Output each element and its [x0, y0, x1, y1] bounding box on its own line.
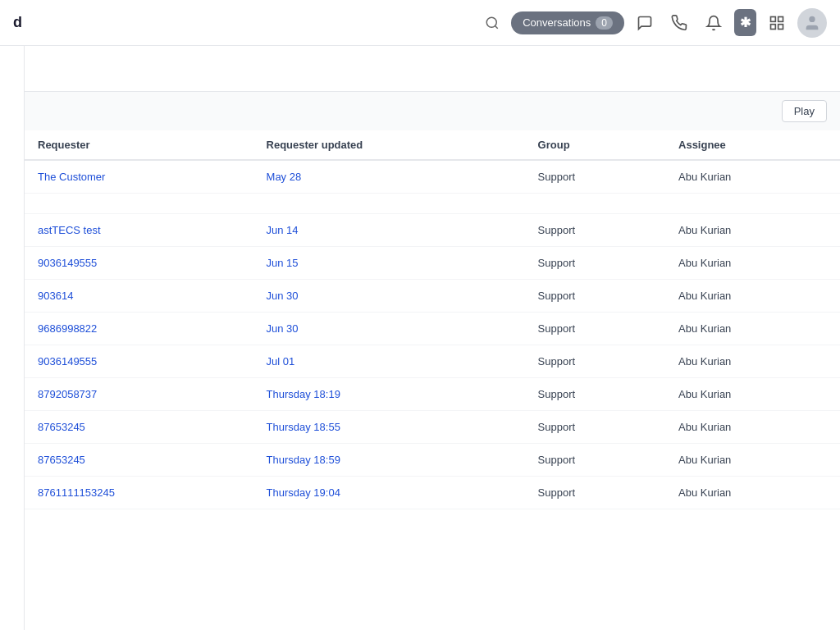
cell-group: Support: [525, 378, 665, 411]
left-sidebar: [0, 46, 25, 630]
cell-requester: 87653245: [25, 411, 253, 444]
phone-icon: [671, 15, 687, 31]
asterisk-button[interactable]: ✱: [734, 9, 756, 36]
cell-updated: Jun 30: [253, 313, 525, 345]
cell-assignee: Abu Kurian: [665, 378, 840, 411]
table-row[interactable]: astTECS testJun 14SupportAbu Kurian: [25, 214, 840, 247]
asterisk-icon: ✱: [740, 15, 751, 30]
table-row[interactable]: [25, 194, 840, 214]
cell-updated: Jun 30: [253, 280, 525, 313]
table-row[interactable]: 9036149555Jul 01SupportAbu Kurian: [25, 345, 840, 378]
bell-button[interactable]: [700, 9, 728, 37]
svg-point-6: [809, 16, 815, 21]
cell-requester: astTECS test: [25, 214, 253, 247]
top-navigation: d Conversations 0 ✱: [0, 0, 840, 46]
cell-requester: 8761111153245: [25, 477, 253, 509]
secondary-bar: [25, 46, 840, 92]
cell-updated: Jun 15: [253, 247, 525, 280]
cell-requester: 9036149555: [25, 247, 253, 280]
cell-group: Support: [525, 477, 665, 509]
cell-group: Support: [525, 411, 665, 444]
table-row[interactable]: 87653245Thursday 18:59SupportAbu Kurian: [25, 444, 840, 477]
cell-assignee: Abu Kurian: [665, 444, 840, 477]
table-body: The CustomerMay 28SupportAbu KurianastTE…: [25, 160, 840, 509]
table-header: Requester Requester updated Group Assign…: [25, 130, 840, 160]
cell-assignee: Abu Kurian: [665, 411, 840, 444]
data-table-wrapper[interactable]: Requester Requester updated Group Assign…: [25, 130, 840, 630]
brand-label: d: [13, 14, 22, 31]
search-icon: [485, 16, 500, 30]
cell-updated: Thursday 18:59: [253, 444, 525, 477]
svg-rect-4: [771, 24, 776, 29]
cell-requester: 9036149555: [25, 345, 253, 378]
content-area: Play Requester Requester updated Group A…: [25, 46, 840, 630]
phone-button[interactable]: [665, 9, 693, 37]
svg-rect-2: [771, 16, 776, 21]
cell-updated: Thursday 18:19: [253, 378, 525, 411]
cell-assignee: Abu Kurian: [665, 313, 840, 345]
bell-icon: [705, 15, 722, 31]
chat-icon: [637, 15, 653, 31]
cell-group: Support: [525, 214, 665, 247]
cell-assignee: Abu Kurian: [665, 160, 840, 194]
table-row[interactable]: 87653245Thursday 18:55SupportAbu Kurian: [25, 411, 840, 444]
col-requester: Requester: [25, 130, 253, 160]
table-row[interactable]: 8792058737Thursday 18:19SupportAbu Kuria…: [25, 378, 840, 411]
cell-assignee: Abu Kurian: [665, 247, 840, 280]
cell-updated: Jul 01: [253, 345, 525, 378]
cell-group: Support: [525, 345, 665, 378]
cell-requester: 9686998822: [25, 313, 253, 345]
conversations-label: Conversations: [523, 16, 591, 29]
cell-group: Support: [525, 247, 665, 280]
conversations-badge: 0: [596, 16, 613, 30]
cell-requester: 8792058737: [25, 378, 253, 411]
cell-updated: Jun 14: [253, 214, 525, 247]
search-button[interactable]: [480, 11, 504, 35]
nav-actions: Conversations 0 ✱: [480, 8, 827, 38]
table-row[interactable]: 9686998822Jun 30SupportAbu Kurian: [25, 313, 840, 345]
svg-rect-5: [778, 24, 783, 29]
col-group: Group: [525, 130, 665, 160]
cell-updated: Thursday 18:55: [253, 411, 525, 444]
cell-assignee: Abu Kurian: [665, 214, 840, 247]
col-updated: Requester updated: [253, 130, 525, 160]
page-container: Play Requester Requester updated Group A…: [0, 0, 840, 630]
user-avatar-button[interactable]: [797, 8, 827, 38]
play-button[interactable]: Play: [782, 100, 827, 122]
cell-group: Support: [525, 444, 665, 477]
chat-button[interactable]: [631, 9, 659, 37]
col-assignee: Assignee: [665, 130, 840, 160]
cell-assignee: Abu Kurian: [665, 280, 840, 313]
cell-requester: 87653245: [25, 444, 253, 477]
table-row[interactable]: 903614Jun 30SupportAbu Kurian: [25, 280, 840, 313]
grid-icon: [769, 15, 785, 31]
svg-line-1: [495, 25, 498, 28]
table-row[interactable]: 9036149555Jun 15SupportAbu Kurian: [25, 247, 840, 280]
svg-point-0: [486, 17, 496, 27]
cell-group: Support: [525, 313, 665, 345]
cell-requester: The Customer: [25, 160, 253, 194]
svg-rect-3: [778, 16, 783, 21]
cell-updated: May 28: [253, 160, 525, 194]
grid-button[interactable]: [763, 9, 791, 37]
table-row[interactable]: 8761111153245Thursday 19:04SupportAbu Ku…: [25, 477, 840, 509]
cell-requester: 903614: [25, 280, 253, 313]
conversations-table: Requester Requester updated Group Assign…: [25, 130, 840, 509]
table-toolbar: Play: [25, 92, 840, 130]
table-row[interactable]: The CustomerMay 28SupportAbu Kurian: [25, 160, 840, 194]
cell-assignee: Abu Kurian: [665, 345, 840, 378]
cell-updated: Thursday 19:04: [253, 477, 525, 509]
cell-group: Support: [525, 160, 665, 194]
cell-assignee: Abu Kurian: [665, 477, 840, 509]
cell-group: Support: [525, 280, 665, 313]
conversations-button[interactable]: Conversations 0: [511, 11, 624, 34]
avatar-icon: [803, 14, 821, 32]
